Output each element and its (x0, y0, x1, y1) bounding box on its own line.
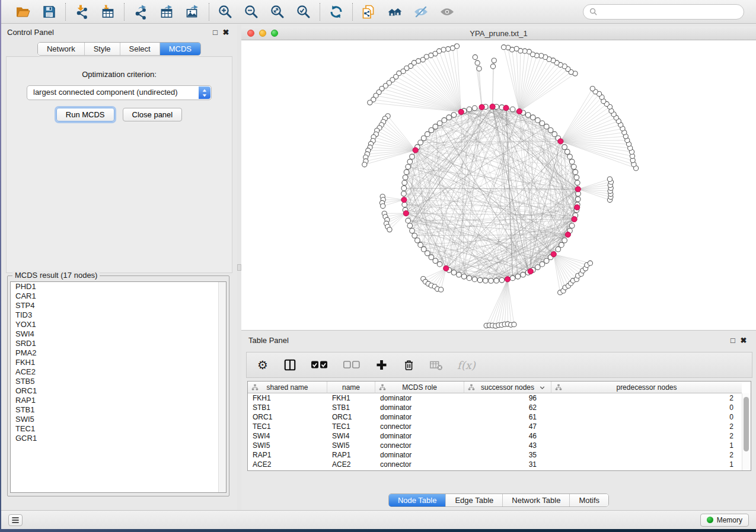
table-cell[interactable]: FKH1 (327, 393, 375, 403)
table-cell[interactable]: dominator (375, 412, 464, 422)
table-row[interactable]: RAP1RAP1dominator352 (248, 450, 742, 460)
column-header-predecessor-nodes[interactable]: predecessor nodes (551, 382, 742, 393)
run-mcds-button[interactable]: Run MCDS (56, 108, 114, 121)
mcds-result-item[interactable]: PMA2 (11, 348, 226, 358)
column-header-name[interactable]: name (327, 382, 375, 393)
mcds-result-item[interactable]: STP4 (11, 301, 226, 310)
table-row[interactable]: FKH1FKH1dominator962 (248, 393, 742, 403)
hide-selected-icon[interactable] (413, 4, 429, 20)
export-image-icon[interactable] (184, 4, 201, 20)
table-cell[interactable]: 61 (464, 412, 551, 422)
search-box[interactable] (583, 4, 744, 20)
mcds-result-item[interactable]: RAP1 (11, 396, 226, 405)
task-history-button[interactable] (8, 514, 23, 526)
table-cell[interactable]: SWI4 (248, 431, 327, 441)
mcds-result-item[interactable]: STB1 (11, 405, 226, 415)
table-cell[interactable]: ORC1 (327, 412, 375, 422)
mcds-result-item[interactable]: SRD1 (11, 339, 226, 348)
table-cell[interactable]: ACE2 (327, 460, 375, 469)
show-all-icon[interactable] (439, 4, 455, 20)
close-panel-icon[interactable]: ✖ (221, 28, 231, 37)
table-tab-network-table[interactable]: Network Table (502, 494, 569, 507)
vertical-splitter[interactable] (237, 24, 241, 510)
table-cell[interactable]: dominator (375, 393, 464, 403)
table-cell[interactable]: 29 (464, 469, 551, 471)
column-header-mcds-role[interactable]: MCDS role (375, 382, 464, 393)
table-row[interactable]: TEC1TEC1connector472 (248, 422, 742, 431)
save-icon[interactable] (41, 4, 58, 20)
search-input[interactable] (598, 6, 738, 18)
table-cell[interactable]: STB1 (327, 403, 375, 412)
open-icon[interactable] (15, 4, 31, 20)
table-cell[interactable]: connector (375, 422, 464, 431)
table-cell[interactable]: dominator (375, 403, 464, 412)
mcds-result-item[interactable]: GCR1 (11, 434, 226, 443)
scrollbar-thumb[interactable] (744, 397, 749, 451)
close-table-panel-icon[interactable]: ✖ (738, 336, 749, 345)
network-graph[interactable] (241, 40, 756, 330)
network-canvas[interactable] (241, 40, 756, 330)
tab-mcds[interactable]: MCDS (160, 43, 200, 55)
deselect-all-icon[interactable] (343, 358, 361, 371)
table-cell[interactable]: SWI5 (248, 441, 327, 450)
close-panel-button[interactable]: Close panel (123, 108, 183, 121)
neighbors-icon[interactable] (387, 4, 403, 20)
table-cell[interactable]: 31 (464, 460, 551, 469)
table-cell[interactable]: STB1 (248, 403, 327, 412)
table-row[interactable]: ORC1ORC1dominator610 (248, 412, 742, 422)
mcds-result-item[interactable]: ACE2 (11, 367, 226, 377)
table-cell[interactable]: SWI4 (327, 431, 375, 441)
table-row[interactable]: ACE2ACE2connector311 (248, 460, 742, 469)
table-cell[interactable]: 2 (551, 450, 742, 460)
export-network-icon[interactable] (132, 4, 149, 20)
mcds-result-list[interactable]: PHD1CAR1STP4TID3YOX1SWI4SRD1PMA2FKH1ACE2… (10, 281, 227, 493)
zoom-out-icon[interactable] (243, 4, 260, 20)
table-cell[interactable]: connector (375, 441, 464, 450)
mcds-result-item[interactable]: PHD1 (11, 282, 226, 291)
table-cell[interactable]: ACE2 (248, 460, 327, 469)
mcds-result-item[interactable]: TID3 (11, 310, 226, 320)
table-row[interactable]: SWI4SWI4dominator462 (248, 431, 742, 441)
table-vertical-scrollbar[interactable] (742, 393, 751, 470)
table-cell[interactable]: RAP1 (248, 450, 327, 460)
table-cell[interactable]: 96 (464, 393, 551, 403)
table-cell[interactable]: 47 (464, 422, 551, 431)
table-cell[interactable]: 2 (551, 422, 742, 431)
settings-icon[interactable]: ⚙ (256, 359, 269, 371)
mcds-result-item[interactable]: TEC1 (11, 424, 226, 434)
table-cell[interactable]: 43 (464, 441, 551, 450)
table-tab-node-table[interactable]: Node Table (389, 494, 446, 507)
copy-network-icon[interactable] (361, 4, 377, 20)
table-cell[interactable]: 46 (464, 431, 551, 441)
table-cell[interactable]: 35 (464, 450, 551, 460)
tab-style[interactable]: Style (84, 43, 120, 55)
zoom-selected-icon[interactable] (295, 4, 312, 20)
table-cell[interactable]: dominator (375, 431, 464, 441)
table-cell[interactable]: RAP1 (327, 450, 375, 460)
optimization-criterion-select[interactable]: largest connected component (undirected) (27, 85, 212, 100)
table-cell[interactable]: ORC1 (248, 412, 327, 422)
zoom-in-icon[interactable] (217, 4, 234, 20)
mcds-result-item[interactable]: FKH1 (11, 358, 226, 367)
table-cell[interactable]: 2 (551, 431, 742, 441)
maximize-window-icon[interactable] (271, 30, 278, 37)
column-header-shared-name[interactable]: shared name (248, 382, 327, 393)
table-cell[interactable]: connector (375, 469, 464, 471)
delete-row-icon[interactable] (402, 358, 415, 371)
table-cell[interactable]: FKH1 (248, 393, 327, 403)
float-panel-icon[interactable]: □ (210, 28, 221, 37)
column-header-successor-nodes[interactable]: successor nodes (464, 382, 551, 393)
table-cell[interactable]: YOX1 (248, 469, 327, 471)
mcds-list-scrollbar[interactable] (218, 282, 226, 492)
tab-network[interactable]: Network (38, 43, 84, 55)
float-table-panel-icon[interactable]: □ (728, 336, 738, 345)
table-tab-edge-table[interactable]: Edge Table (445, 494, 502, 507)
memory-button[interactable]: Memory (700, 514, 749, 527)
table-cell[interactable]: connector (375, 460, 464, 469)
table-cell[interactable]: 1 (551, 469, 742, 471)
table-tab-motifs[interactable]: Motifs (569, 494, 608, 507)
table-cell[interactable]: YOX1 (327, 469, 375, 471)
tab-select[interactable]: Select (120, 43, 160, 55)
table-cell[interactable]: 2 (551, 393, 742, 403)
splitter-grip[interactable] (237, 264, 241, 271)
